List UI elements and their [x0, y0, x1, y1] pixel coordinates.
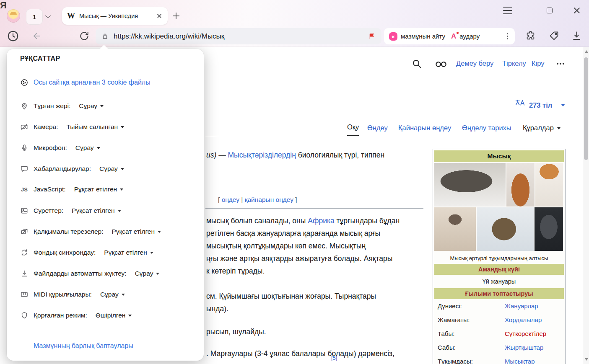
article-line: ретілген басқа жануарларға қарағанда мыс…: [206, 229, 380, 238]
cat-photo-2[interactable]: [506, 163, 535, 207]
taxonomy-value-link[interactable]: Хордалылар: [505, 316, 542, 323]
taxonomy-value-link[interactable]: Мысықтар: [505, 358, 535, 364]
felidae-link[interactable]: Мысықтәрізділердің: [228, 151, 296, 159]
refresh-icon[interactable]: [79, 31, 90, 41]
notifications-icon: [20, 165, 29, 173]
tab-counter-button[interactable]: 1: [26, 9, 43, 25]
infobox-taxonomy-header: Ғылыми топтастыруы: [434, 288, 564, 299]
chevron-down-icon: [150, 252, 153, 254]
cat-photo-6[interactable]: [535, 207, 563, 251]
permission-dropdown[interactable]: Сұрау: [99, 165, 124, 173]
tab-title: Мысық — Уикипедия: [79, 13, 153, 19]
chevron-down-icon: [120, 188, 123, 191]
chevron-down-icon: [158, 231, 161, 233]
window-close-button[interactable]: [573, 6, 581, 15]
edit-link[interactable]: өңдеу: [222, 196, 239, 203]
bookmark-flag-icon[interactable]: [368, 33, 376, 40]
article-line: ңғы және артқы аяқтарды ажыратуға болады…: [206, 254, 392, 263]
taxonomy-row: Дүниесі: Жануарлар: [434, 299, 564, 313]
window-maximize-button[interactable]: [547, 8, 553, 13]
permission-dropdown[interactable]: Сұрау: [79, 102, 104, 110]
cat-photo-5[interactable]: [477, 207, 534, 251]
permission-row-background-sync: Фондық синхрондау: Рұқсат етілген: [20, 248, 153, 257]
scrollbar-up-icon[interactable]: [585, 50, 588, 53]
site-permissions-panel: РҰҚСАТТАР Осы сайтқа арналған 3 cookie ф…: [7, 49, 204, 361]
taxonomy-value-link[interactable]: Жыртқыштар: [505, 344, 543, 351]
translate-icon: A: [451, 33, 456, 40]
permission-row-location: Тұрған жері: Сұрау: [20, 102, 104, 110]
midi-icon: [20, 290, 29, 299]
cookies-link[interactable]: Осы сайтқа арналған 3 cookie файлы: [34, 79, 150, 86]
chevron-down-icon: [97, 147, 100, 149]
appearance-icon[interactable]: [435, 61, 447, 67]
permission-dropdown[interactable]: Рұқсат етілген: [74, 186, 124, 193]
languages-count[interactable]: 273 тіл: [529, 101, 552, 109]
tab-close-icon[interactable]: [156, 13, 163, 19]
permission-dropdown[interactable]: Рұқсат етілген: [104, 249, 153, 256]
infobox-photo-grid: [434, 163, 564, 251]
read-aloud-label: мазмұнын айту: [401, 33, 445, 40]
taxonomy-value-link[interactable]: Жануарлар: [505, 302, 538, 310]
tab-tools[interactable]: Құралдар: [523, 124, 560, 132]
tabs-chevron-down-icon[interactable]: [45, 13, 51, 18]
permission-dropdown[interactable]: Тыйым салынған: [66, 123, 124, 131]
cat-photo-4[interactable]: [434, 207, 476, 251]
all-content-settings-link[interactable]: Мазмұнның барлық баптаулары: [34, 342, 133, 350]
donate-link[interactable]: Демеу беру: [456, 59, 493, 67]
scrollbar-down-icon[interactable]: [585, 358, 588, 361]
languages-icon[interactable]: [515, 99, 525, 106]
history-clock-icon[interactable]: [7, 30, 19, 42]
page-scrollbar[interactable]: [583, 47, 589, 364]
permission-dropdown[interactable]: Сұрау: [75, 144, 100, 152]
login-link[interactable]: Кіру: [532, 59, 545, 67]
section-edit-links: [ өңдеу | қайнарын өңдеу ]: [218, 196, 297, 204]
tab-edit-source[interactable]: Қайнарын өңдеу: [398, 124, 451, 132]
permission-row-protected-mode: Қорғалған режим: Өшірілген: [20, 311, 132, 320]
translate-button[interactable]: A аудару: [445, 33, 480, 40]
africa-link[interactable]: Африка: [308, 217, 335, 225]
search-icon[interactable]: [412, 59, 422, 69]
taxonomy-row: Табы: Сүткөректілер: [434, 327, 564, 341]
cat-photo-1[interactable]: [434, 163, 506, 207]
infobox-status-header: Амандық күйі: [434, 264, 564, 275]
permission-dropdown[interactable]: Сұрау: [135, 270, 160, 277]
tab-edit[interactable]: Өңдеу: [367, 124, 388, 132]
tab-history[interactable]: Өңделу тарихы: [462, 124, 511, 132]
permission-dropdown[interactable]: Сұрау: [100, 291, 125, 298]
permission-row-auto-download: Файлдарды автоматты жүктеу: Сұрау: [20, 269, 159, 278]
downloads-icon[interactable]: [571, 30, 582, 41]
background-sync-icon: [20, 248, 29, 257]
lock-icon[interactable]: [101, 33, 109, 40]
wikipedia-favicon-icon: W: [67, 11, 75, 21]
article-line: мысықтың қолтұқымдары көп емес. Мысықтың: [206, 242, 366, 251]
profile-avatar[interactable]: [7, 9, 20, 23]
tools-chevron-down-icon: [557, 127, 560, 129]
browser-tab[interactable]: W Мысық — Уикипедия: [62, 7, 168, 25]
read-aloud-button[interactable]: « мазмұнын айту: [389, 32, 445, 41]
permission-row-notifications: Хабарландырулар: Сұрау: [20, 165, 124, 173]
collections-tag-icon[interactable]: [548, 30, 560, 41]
register-link[interactable]: Тіркелу: [502, 59, 526, 67]
permission-dropdown[interactable]: Рұқсат етілген: [112, 228, 161, 235]
permission-dropdown[interactable]: Өшірілген: [96, 312, 132, 319]
permission-dropdown[interactable]: Рұқсат етілген: [72, 207, 121, 214]
permission-row-popups: Қалқымалы терезелер: Рұқсат етілген: [20, 227, 161, 236]
taxonomy-value-redlink[interactable]: Сүткөректілер: [505, 330, 546, 337]
toolbar-more-icon[interactable]: [505, 31, 510, 41]
infobox-title: Мысық: [434, 150, 564, 162]
back-arrow-icon[interactable]: [32, 31, 42, 41]
permissions-title: РҰҚСАТТАР: [20, 55, 60, 62]
extensions-puzzle-icon[interactable]: [525, 30, 536, 41]
chevron-down-icon: [118, 210, 121, 212]
tab-read[interactable]: Оқу: [347, 123, 359, 136]
personal-tools-more-icon[interactable]: [557, 63, 564, 65]
cat-photo-3[interactable]: [535, 163, 563, 207]
chevron-down-icon: [100, 105, 104, 107]
reference-link[interactable]: [5]: [331, 355, 337, 361]
address-bar[interactable]: https://kk.wikipedia.org/wiki/Мысық: [96, 28, 381, 44]
languages-chevron-down-icon[interactable]: [561, 104, 565, 106]
edit-source-link[interactable]: қайнарын өңдеу: [245, 196, 293, 203]
scrollbar-thumb[interactable]: [584, 57, 588, 160]
window-menu-icon[interactable]: [503, 7, 512, 14]
new-tab-button[interactable]: [171, 11, 181, 21]
